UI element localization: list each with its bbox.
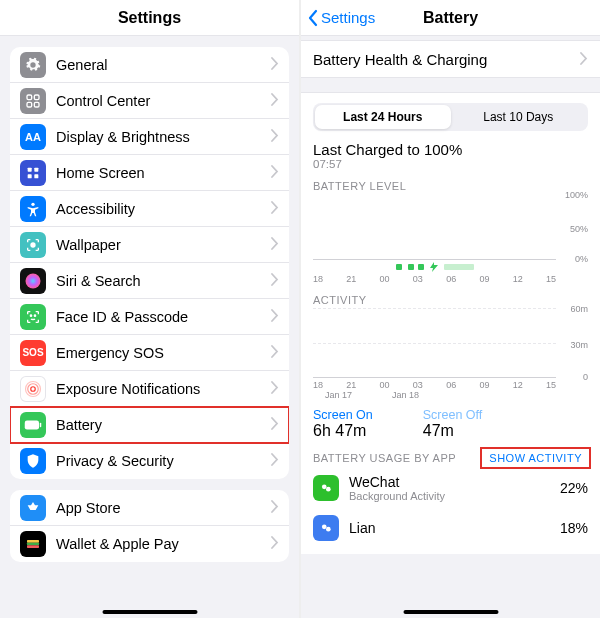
chevron-right-icon: [271, 164, 279, 182]
settings-pane: Settings GeneralControl CenterAADisplay …: [0, 0, 301, 618]
app-icon: [313, 475, 339, 501]
svg-rect-23: [418, 264, 424, 270]
chevron-right-icon: [271, 200, 279, 218]
usage-row-wechat[interactable]: WeChatBackground Activity22%: [313, 468, 588, 508]
home-screen-icon: [20, 160, 46, 186]
svg-point-10: [26, 273, 41, 288]
usage-list: WeChatBackground Activity22%Lian18%: [313, 468, 588, 548]
svg-point-27: [322, 525, 327, 530]
home-indicator[interactable]: [102, 610, 197, 614]
chevron-right-icon: [271, 56, 279, 74]
settings-row-face-id-passcode[interactable]: Face ID & Passcode: [10, 299, 289, 335]
seg-last-24h[interactable]: Last 24 Hours: [315, 105, 451, 129]
sos-icon: SOS: [20, 340, 46, 366]
svg-rect-19: [27, 543, 39, 546]
battery-level-chart[interactable]: 100% 50% 0%: [313, 194, 588, 272]
svg-rect-22: [408, 264, 414, 270]
siri-icon: [20, 268, 46, 294]
row-label: Wallet & Apple Pay: [56, 536, 271, 552]
svg-point-13: [31, 386, 36, 391]
settings-row-emergency-sos[interactable]: SOSEmergency SOS: [10, 335, 289, 371]
settings-row-control-center[interactable]: Control Center: [10, 83, 289, 119]
chevron-left-icon: [307, 9, 319, 27]
screen-on-label: Screen On: [313, 408, 373, 422]
svg-point-26: [326, 487, 331, 492]
chevron-right-icon: [271, 92, 279, 110]
chevron-right-icon: [271, 380, 279, 398]
wallet-icon: [20, 531, 46, 557]
row-label: Face ID & Passcode: [56, 309, 271, 325]
home-indicator[interactable]: [403, 610, 498, 614]
chevron-right-icon: [580, 51, 588, 68]
row-label: Control Center: [56, 93, 271, 109]
svg-rect-1: [34, 95, 39, 100]
settings-row-battery[interactable]: Battery: [10, 407, 289, 443]
svg-rect-21: [396, 264, 402, 270]
settings-row-siri-search[interactable]: Siri & Search: [10, 263, 289, 299]
back-button[interactable]: Settings: [307, 9, 375, 27]
app-pct: 22%: [560, 480, 588, 496]
faceid-icon: [20, 304, 46, 330]
settings-group-1: App StoreWallet & Apple Pay: [10, 490, 289, 562]
row-label: Privacy & Security: [56, 453, 271, 469]
settings-row-exposure-notifications[interactable]: Exposure Notifications: [10, 371, 289, 407]
row-label: Exposure Notifications: [56, 381, 271, 397]
usage-row-lian[interactable]: Lian18%: [313, 508, 588, 548]
battery-health-label: Battery Health & Charging: [313, 51, 487, 68]
activity-head: ACTIVITY: [313, 294, 367, 306]
svg-rect-16: [25, 420, 39, 429]
svg-point-9: [30, 242, 35, 247]
battery-level-head: BATTERY LEVEL: [313, 180, 406, 192]
settings-row-accessibility[interactable]: Accessibility: [10, 191, 289, 227]
chevron-right-icon: [271, 236, 279, 254]
app-name: Lian: [349, 520, 560, 536]
svg-point-25: [322, 485, 327, 490]
privacy-icon: [20, 448, 46, 474]
svg-rect-18: [27, 540, 39, 543]
svg-rect-5: [34, 167, 38, 171]
row-label: Wallpaper: [56, 237, 271, 253]
settings-row-wallet-apple-pay[interactable]: Wallet & Apple Pay: [10, 526, 289, 562]
last-charged-line: Last Charged to 100%: [313, 141, 588, 158]
seg-last-10d[interactable]: Last 10 Days: [451, 105, 587, 129]
row-label: Battery: [56, 417, 271, 433]
time-range-segment[interactable]: Last 24 Hours Last 10 Days: [313, 103, 588, 131]
chevron-right-icon: [271, 272, 279, 290]
settings-content[interactable]: GeneralControl CenterAADisplay & Brightn…: [0, 36, 299, 618]
screen-off-value: 47m: [423, 422, 483, 440]
wallpaper-icon: [20, 232, 46, 258]
svg-rect-24: [444, 264, 474, 270]
settings-row-wallpaper[interactable]: Wallpaper: [10, 227, 289, 263]
charging-indicators: [313, 262, 556, 272]
display-brightness-icon: AA: [20, 124, 46, 150]
settings-row-app-store[interactable]: App Store: [10, 490, 289, 526]
battery-content[interactable]: Battery Health & Charging Last 24 Hours …: [301, 36, 600, 618]
svg-point-12: [34, 315, 35, 316]
settings-row-general[interactable]: General: [10, 47, 289, 83]
chevron-right-icon: [271, 344, 279, 362]
row-label: General: [56, 57, 271, 73]
settings-navbar: Settings: [0, 0, 299, 36]
svg-rect-2: [27, 102, 32, 107]
settings-row-privacy-security[interactable]: Privacy & Security: [10, 443, 289, 479]
battery-health-row[interactable]: Battery Health & Charging: [301, 40, 600, 78]
settings-row-home-screen[interactable]: Home Screen: [10, 155, 289, 191]
row-label: Display & Brightness: [56, 129, 271, 145]
activity-chart[interactable]: 60m 30m 0: [313, 308, 588, 378]
row-label: Siri & Search: [56, 273, 271, 289]
battery-icon: [20, 412, 46, 438]
svg-point-8: [31, 202, 34, 205]
app-pct: 18%: [560, 520, 588, 536]
settings-row-display-brightness[interactable]: AADisplay & Brightness: [10, 119, 289, 155]
battery-navbar: Settings Battery: [301, 0, 600, 36]
app-icon: [313, 515, 339, 541]
last-charged-time: 07:57: [313, 158, 588, 170]
svg-rect-3: [34, 102, 39, 107]
appstore-icon: [20, 495, 46, 521]
show-activity-button[interactable]: SHOW ACTIVITY: [483, 450, 588, 466]
svg-rect-6: [28, 174, 32, 178]
back-label: Settings: [321, 9, 375, 26]
accessibility-icon: [20, 196, 46, 222]
screen-on-value: 6h 47m: [313, 422, 373, 440]
svg-point-11: [30, 315, 31, 316]
